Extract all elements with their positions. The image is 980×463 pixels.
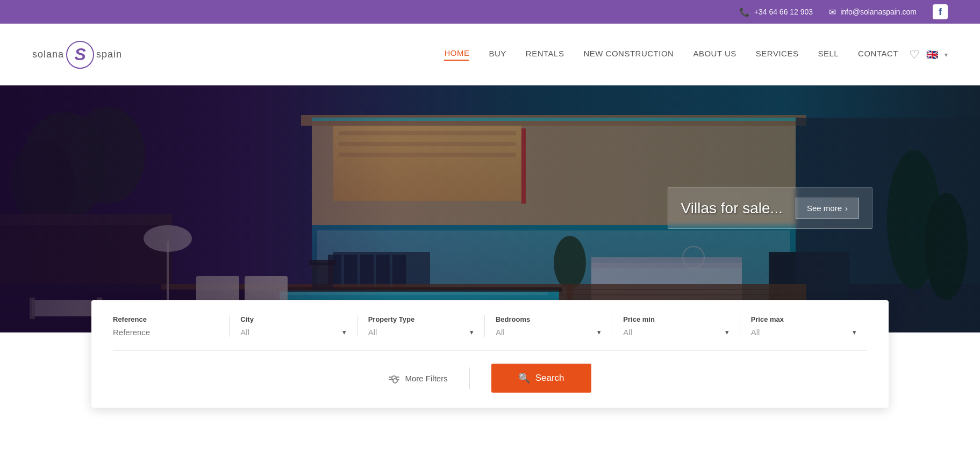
nav-about-us[interactable]: ABOUT US [693, 49, 736, 60]
villas-title: Villas for sale... [681, 200, 783, 217]
property-type-field: Property Type All ▾ [357, 315, 485, 337]
search-button-icon: 🔍 [518, 372, 530, 384]
email-contact[interactable]: ✉ info@solanaspain.com [829, 7, 917, 17]
logo-text-left: solana [32, 49, 64, 60]
price-max-value: All [751, 328, 760, 337]
city-chevron-icon: ▾ [342, 328, 346, 336]
logo-circle: S [66, 41, 94, 69]
price-min-chevron-icon: ▾ [725, 328, 729, 336]
price-min-select[interactable]: All ▾ [623, 328, 728, 337]
nav-home[interactable]: HOME [444, 48, 469, 61]
see-more-button[interactable]: See more › [796, 198, 859, 219]
filter-icon [389, 377, 399, 380]
main-nav: HOME BUY RENTALS NEW CONSTRUCTION ABOUT … [444, 48, 898, 61]
more-filters-label: More Filters [405, 374, 447, 383]
see-more-label: See more [807, 204, 842, 213]
reference-field: Reference [113, 315, 230, 337]
facebook-link[interactable]: f [933, 4, 948, 19]
hero-section: Villas for sale... See more › [0, 85, 980, 332]
email-address: info@solanaspain.com [840, 8, 917, 16]
email-icon: ✉ [829, 7, 836, 17]
bedrooms-value: All [496, 328, 505, 337]
reference-input[interactable] [113, 328, 218, 337]
price-min-field: Price min All ▾ [612, 315, 740, 337]
logo-text-right: spain [96, 49, 122, 60]
bedrooms-chevron-icon: ▾ [597, 328, 601, 336]
see-more-arrow: › [845, 204, 848, 213]
more-filters-button[interactable]: More Filters [389, 374, 447, 383]
price-min-label: Price min [623, 315, 728, 323]
price-max-field: Price max All ▾ [740, 315, 867, 337]
logo[interactable]: solana S spain [32, 41, 122, 69]
divider [469, 367, 470, 389]
city-field: City All ▾ [230, 315, 357, 337]
language-flag[interactable]: 🇬🇧 [926, 49, 938, 61]
property-type-label: Property Type [368, 315, 474, 323]
nav-contact[interactable]: CONTACT [858, 49, 898, 60]
phone-contact[interactable]: 📞 +34 64 66 12 903 [739, 7, 813, 17]
bedrooms-field: Bedrooms All ▾ [485, 315, 612, 337]
property-type-select[interactable]: All ▾ [368, 328, 474, 337]
search-fields-row: Reference City All ▾ Property Type All ▾… [113, 315, 867, 351]
nav-buy[interactable]: BUY [489, 49, 506, 60]
nav-services[interactable]: SERVICES [756, 49, 799, 60]
price-max-select[interactable]: All ▾ [751, 328, 856, 337]
city-select[interactable]: All ▾ [240, 328, 346, 337]
price-max-chevron-icon: ▾ [853, 328, 856, 336]
price-max-label: Price max [751, 315, 856, 323]
logo-letter: S [74, 45, 85, 64]
bedrooms-select[interactable]: All ▾ [496, 328, 601, 337]
bedrooms-label: Bedrooms [496, 315, 601, 323]
city-label: City [240, 315, 346, 323]
search-button-label: Search [535, 373, 564, 384]
property-type-chevron-icon: ▾ [470, 328, 474, 336]
top-bar: 📞 +34 64 66 12 903 ✉ info@solanaspain.co… [0, 0, 980, 24]
search-panel: Reference City All ▾ Property Type All ▾… [91, 300, 889, 408]
favorites-icon[interactable]: ♡ [909, 48, 920, 62]
header: solana S spain HOME BUY RENTALS NEW CONS… [0, 24, 980, 85]
villas-banner: Villas for sale... See more › [668, 187, 872, 229]
nav-sell[interactable]: SELL [818, 49, 839, 60]
nav-new-construction[interactable]: NEW CONSTRUCTION [583, 49, 674, 60]
reference-label: Reference [113, 315, 218, 323]
search-button[interactable]: 🔍 Search [491, 364, 591, 393]
nav-rentals[interactable]: RENTALS [526, 49, 564, 60]
facebook-icon: f [939, 6, 942, 18]
language-dropdown-arrow[interactable]: ▾ [945, 51, 948, 59]
search-bottom-row: More Filters 🔍 Search [113, 364, 867, 393]
nav-extras: ♡ 🇬🇧 ▾ [909, 48, 948, 62]
city-value: All [240, 328, 249, 337]
phone-number: +34 64 66 12 903 [754, 8, 813, 16]
price-min-value: All [623, 328, 632, 337]
phone-icon: 📞 [739, 7, 750, 17]
property-type-value: All [368, 328, 377, 337]
